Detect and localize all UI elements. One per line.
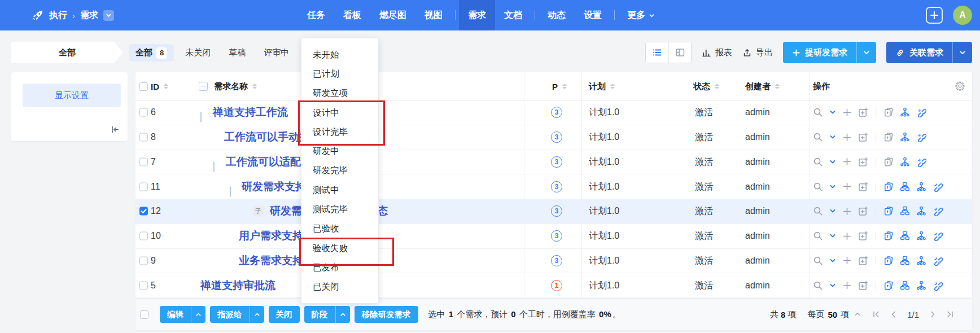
op-caret-icon[interactable] [829, 257, 836, 264]
op-copy-gray-icon[interactable] [883, 107, 894, 117]
op-plus-square-icon[interactable] [858, 182, 868, 192]
op-caret-icon[interactable] [829, 159, 836, 165]
op-search-icon[interactable] [813, 281, 823, 291]
op-plus-icon[interactable] [842, 231, 852, 241]
op-unlink-icon[interactable] [933, 182, 943, 192]
filter-tab-全部[interactable]: 全部8 [129, 44, 174, 62]
stage-option-未开始[interactable]: 未开始 [301, 45, 378, 64]
nav-item-文档[interactable]: 文档 [495, 0, 531, 30]
row-checkbox[interactable] [139, 108, 148, 117]
op-copy-icon[interactable] [883, 206, 894, 216]
op-subdivide-icon[interactable] [916, 182, 926, 192]
sort-icon[interactable] [562, 84, 567, 89]
op-copy-icon[interactable] [883, 256, 894, 266]
avatar[interactable]: A [953, 6, 972, 25]
chevron-down-icon[interactable] [103, 10, 114, 21]
row-checkbox[interactable] [139, 281, 148, 290]
sort-icon[interactable] [715, 84, 719, 89]
sort-icon[interactable] [775, 84, 780, 89]
collapse-icon[interactable] [200, 112, 202, 122]
sidebar-collapse-icon[interactable] [110, 125, 120, 134]
op-unlink-icon[interactable] [916, 157, 926, 167]
op-caret-icon[interactable] [829, 109, 836, 116]
stage-option-研发立项[interactable]: 研发立项 [301, 84, 378, 103]
column-header-id[interactable]: ID [151, 72, 168, 100]
op-search-icon[interactable] [813, 231, 823, 241]
stage-option-设计完毕[interactable]: 设计完毕 [301, 122, 378, 142]
gear-icon[interactable] [955, 81, 965, 91]
op-subdivide-icon[interactable] [900, 107, 910, 117]
op-plus-square-icon[interactable] [858, 157, 868, 167]
stage-option-已关闭[interactable]: 已关闭 [301, 278, 378, 297]
op-copy-icon[interactable] [883, 231, 894, 241]
nav-item-动态[interactable]: 动态 [539, 0, 575, 30]
filter-tab-评审中[interactable]: 评审中 [257, 44, 296, 62]
op-copy-gray-icon[interactable] [883, 132, 894, 142]
op-caret-icon[interactable] [829, 183, 836, 190]
op-search-icon[interactable] [813, 182, 823, 192]
last-page-button[interactable] [946, 310, 954, 318]
table-row[interactable]: 9业务需求支持工作流3计划1.0激活admin [135, 249, 972, 274]
scope-tab-all[interactable]: 全部 [11, 42, 123, 63]
collapse-icon[interactable] [230, 186, 231, 197]
op-plus-square-icon[interactable] [858, 231, 868, 241]
chevron-up-icon[interactable] [335, 306, 350, 323]
per-page-select[interactable]: 每页 50 项 [807, 309, 861, 320]
stage-option-研发中[interactable]: 研发中 [301, 142, 378, 161]
op-caret-icon[interactable] [829, 134, 836, 141]
stage-option-已验收[interactable]: 已验收 [301, 220, 378, 239]
link-caret[interactable] [952, 42, 972, 63]
op-subdivide-icon[interactable] [900, 132, 910, 142]
op-copy-icon[interactable] [883, 281, 894, 291]
op-copy-gray-icon[interactable] [883, 157, 894, 167]
op-search-icon[interactable] [813, 206, 823, 216]
nav-item-任务[interactable]: 任务 [298, 0, 334, 30]
op-search-icon[interactable] [813, 107, 823, 117]
select-all-checkbox[interactable] [139, 82, 148, 91]
op-sitemap-icon[interactable] [900, 281, 910, 291]
op-plus-icon[interactable] [842, 157, 852, 166]
row-checkbox[interactable] [139, 133, 148, 142]
op-unlink-icon[interactable] [933, 206, 943, 216]
propose-requirement-button[interactable]: 提研发需求 [783, 42, 876, 63]
op-plus-icon[interactable] [842, 108, 852, 117]
breadcrumb-app[interactable]: 执行 [49, 10, 67, 21]
sort-icon[interactable] [164, 84, 168, 89]
op-search-icon[interactable] [813, 256, 823, 266]
propose-caret[interactable] [856, 42, 876, 63]
op-plus-square-icon[interactable] [858, 107, 868, 117]
op-unlink-icon[interactable] [916, 132, 926, 142]
op-plus-icon[interactable] [842, 281, 852, 290]
op-plus-icon[interactable] [842, 207, 852, 216]
op-sitemap-icon[interactable] [900, 256, 910, 266]
column-header-status[interactable]: 状态 [693, 72, 719, 100]
requirement-name-link[interactable]: 禅道支持工作流 [213, 105, 288, 120]
breadcrumb-page[interactable]: 需求 [80, 10, 98, 21]
global-add-button[interactable] [926, 7, 943, 24]
row-checkbox[interactable] [139, 182, 148, 191]
table-row[interactable]: 5禅道支持审批流1计划1.0激活admin [135, 273, 972, 298]
next-page-button[interactable] [929, 310, 937, 318]
stage-option-已发布[interactable]: 已发布 [301, 258, 378, 277]
op-plus-icon[interactable] [842, 256, 852, 265]
collapse-all-icon[interactable] [199, 82, 208, 91]
nav-item-更多[interactable]: 更多 [618, 0, 664, 30]
op-search-icon[interactable] [813, 132, 823, 142]
table-row[interactable]: 6禅道支持工作流3计划1.0激活admin [135, 100, 972, 125]
op-plus-square-icon[interactable] [858, 256, 868, 266]
op-subdivide-icon[interactable] [916, 281, 926, 291]
op-unlink-icon[interactable] [933, 231, 943, 241]
op-plus-icon[interactable] [842, 133, 852, 142]
table-row[interactable]: 11研发需求支持工作流3计划1.0激活admin [135, 174, 972, 199]
op-subdivide-icon[interactable] [916, 256, 926, 266]
op-caret-icon[interactable] [829, 233, 836, 239]
sort-icon[interactable] [252, 84, 257, 89]
op-plus-square-icon[interactable] [858, 206, 868, 216]
op-caret-icon[interactable] [829, 208, 836, 214]
report-button[interactable]: 报表 [702, 47, 732, 58]
row-checkbox[interactable] [139, 256, 148, 265]
nav-item-视图[interactable]: 视图 [415, 0, 452, 30]
stage-option-已计划[interactable]: 已计划 [301, 64, 378, 84]
op-plus-icon[interactable] [842, 182, 852, 191]
stage-option-验收失败[interactable]: 验收失败 [301, 239, 378, 258]
